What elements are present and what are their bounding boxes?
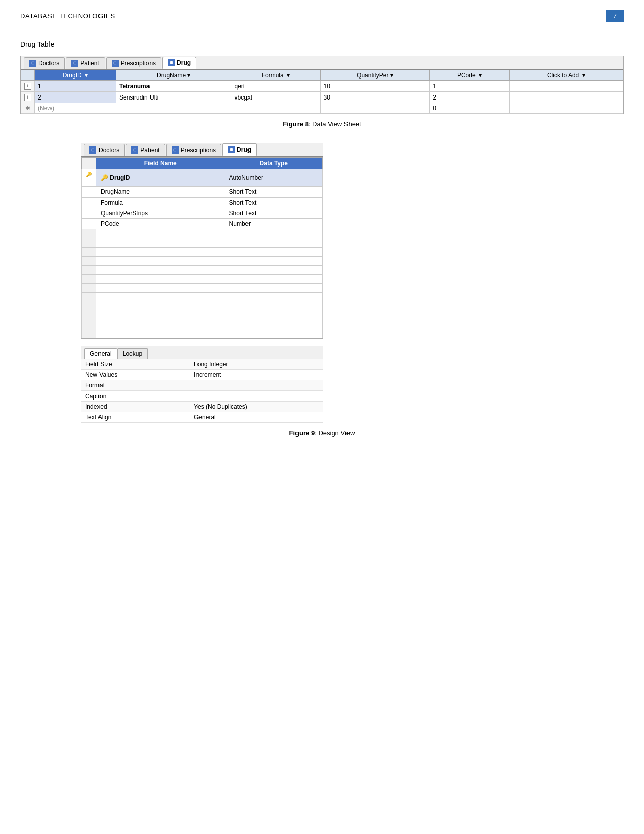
col-formula-header[interactable]: Formula ▾ xyxy=(231,70,320,81)
new-row-indicator: ✱ xyxy=(25,105,30,112)
tab-patient[interactable]: ⊞ Patient xyxy=(66,57,105,69)
fig9-tab-patient[interactable]: ⊞ Patient xyxy=(126,144,165,156)
props-tab-lookup[interactable]: Lookup xyxy=(117,348,148,359)
design-fieldname-pcode[interactable]: PCode xyxy=(96,219,225,229)
fig9-doctors-tab-icon: ⊞ xyxy=(89,146,96,154)
expand-btn-1[interactable]: + xyxy=(24,83,31,90)
properties-tabs: General Lookup xyxy=(81,346,323,359)
design-empty-row xyxy=(82,329,323,338)
cell-cta-2 xyxy=(509,92,623,103)
row-ctrl-new: ✱ xyxy=(21,103,35,114)
fig9-tab-prescriptions[interactable]: ⊞ Prescriptions xyxy=(166,144,221,156)
design-row-drugname[interactable]: DrugName Short Text xyxy=(82,187,323,198)
design-table-wrapper: Field Name Data Type ▶ 🔑 DrugID AutoNumb… xyxy=(81,157,323,339)
design-empty-row xyxy=(82,238,323,248)
tab-doctors[interactable]: ⊞ Doctors xyxy=(24,57,65,69)
fig9-tab-doctors[interactable]: ⊞ Doctors xyxy=(84,144,125,156)
cell-cta-new xyxy=(509,103,623,114)
design-datatype-formula[interactable]: Short Text xyxy=(225,198,322,208)
col-pcode-header[interactable]: PCode ▾ xyxy=(430,70,510,81)
row-ctrl-1: + xyxy=(21,81,35,92)
col-clicktoadd-header[interactable]: Click to Add ▾ xyxy=(509,70,623,81)
figure8-dataview: ⊞ Doctors ⊞ Patient ⊞ Prescriptions ⊞ Dr… xyxy=(20,56,624,114)
cell-qty-1[interactable]: 10 xyxy=(320,81,430,92)
cell-qty-2[interactable]: 30 xyxy=(320,92,430,103)
design-fieldname-qty[interactable]: QuantityPerStrips xyxy=(96,208,225,219)
props-value-newvalues[interactable]: Increment xyxy=(190,370,323,380)
properties-table: Field Size Long Integer New Values Incre… xyxy=(81,359,323,423)
props-value-caption[interactable] xyxy=(190,391,323,402)
cell-formula-new[interactable] xyxy=(231,103,320,114)
props-label-caption: Caption xyxy=(81,391,190,402)
props-label-indexed: Indexed xyxy=(81,402,190,412)
dataview-table: DrugID ▾ DrugName ▾ Formula ▾ QuantityPe… xyxy=(21,70,623,114)
fig9-tab-drug[interactable]: ⊞ Drug xyxy=(222,143,257,156)
props-value-format[interactable] xyxy=(190,380,323,391)
properties-section: General Lookup Field Size Long Integer N… xyxy=(81,346,323,423)
prescriptions-tab-icon: ⊞ xyxy=(112,60,119,67)
figure9-container: ⊞ Doctors ⊞ Patient ⊞ Prescriptions ⊞ Dr… xyxy=(20,143,624,423)
col-drugname-header[interactable]: DrugName ▾ xyxy=(116,70,231,81)
props-value-fieldsize[interactable]: Long Integer xyxy=(190,359,323,370)
props-label-fieldsize: Field Size xyxy=(81,359,190,370)
design-datatype-drugname[interactable]: Short Text xyxy=(225,187,322,198)
page-header: DATABASE TECHNOLOGIES 7 xyxy=(20,10,624,25)
design-empty-row xyxy=(82,293,323,302)
design-datatype-drugid[interactable]: AutoNumber xyxy=(225,169,322,187)
props-row-newvalues: New Values Increment xyxy=(81,370,323,380)
design-empty-row xyxy=(82,284,323,293)
fig9-prescriptions-tab-icon: ⊞ xyxy=(172,146,179,154)
props-tab-general[interactable]: General xyxy=(84,348,117,359)
cell-drugid-1[interactable]: 1 xyxy=(35,81,116,92)
row-ctrl-header xyxy=(21,70,35,81)
cell-pcode-1[interactable]: 1 xyxy=(430,81,510,92)
design-datatype-qty[interactable]: Short Text xyxy=(225,208,322,219)
design-empty-row xyxy=(82,229,323,238)
design-row-drugid[interactable]: ▶ 🔑 DrugID AutoNumber xyxy=(82,169,323,187)
cell-drugid-2[interactable]: 2 xyxy=(35,92,116,103)
props-value-indexed[interactable]: Yes (No Duplicates) xyxy=(190,402,323,412)
design-row-ind-4 xyxy=(82,208,96,219)
row-ctrl-2: + xyxy=(21,92,35,103)
cell-drugname-2[interactable]: Sensirudin Ulti xyxy=(116,92,231,103)
props-value-textalign[interactable]: General xyxy=(190,412,323,423)
cell-pcode-new[interactable]: 0 xyxy=(430,103,510,114)
props-row-textalign: Text Align General xyxy=(81,412,323,423)
cell-new[interactable]: (New) xyxy=(35,103,231,114)
col-qtyperstip-header[interactable]: QuantityPer ▾ xyxy=(320,70,430,81)
design-empty-row xyxy=(82,275,323,284)
cell-pcode-2[interactable]: 2 xyxy=(430,92,510,103)
table-row: + 1 Tetranuma qert 10 1 xyxy=(21,81,623,92)
design-row-ind-2 xyxy=(82,187,96,198)
col-drugid-header[interactable]: DrugID ▾ xyxy=(35,70,116,81)
design-empty-row xyxy=(82,311,323,320)
props-row-indexed: Indexed Yes (No Duplicates) xyxy=(81,402,323,412)
design-col-datatype: Data Type xyxy=(225,158,322,169)
cell-drugname-1[interactable]: Tetranuma xyxy=(116,81,231,92)
tab-prescriptions[interactable]: ⊞ Prescriptions xyxy=(106,57,161,69)
design-datatype-pcode[interactable]: Number xyxy=(225,219,322,229)
design-table: Field Name Data Type ▶ 🔑 DrugID AutoNumb… xyxy=(81,157,323,338)
page-number: 7 xyxy=(606,10,624,22)
design-header-indicator xyxy=(82,158,96,169)
figure8-tab-bar: ⊞ Doctors ⊞ Patient ⊞ Prescriptions ⊞ Dr… xyxy=(21,56,623,70)
design-row-formula[interactable]: Formula Short Text xyxy=(82,198,323,208)
patient-tab-icon: ⊞ xyxy=(71,60,78,67)
design-fieldname-formula[interactable]: Formula xyxy=(96,198,225,208)
cell-formula-1[interactable]: qert xyxy=(231,81,320,92)
figure9-tab-wrapper: ⊞ Doctors ⊞ Patient ⊞ Prescriptions ⊞ Dr… xyxy=(81,143,323,157)
cell-formula-2[interactable]: vbcgxt xyxy=(231,92,320,103)
props-row-fieldsize: Field Size Long Integer xyxy=(81,359,323,370)
cell-qty-new[interactable] xyxy=(320,103,430,114)
cell-cta-1 xyxy=(509,81,623,92)
design-row-pcode[interactable]: PCode Number xyxy=(82,219,323,229)
table-row: + 2 Sensirudin Ulti vbcgxt 30 2 xyxy=(21,92,623,103)
design-row-qty[interactable]: QuantityPerStrips Short Text xyxy=(82,208,323,219)
expand-btn-2[interactable]: + xyxy=(24,94,31,101)
design-fieldname-drugname[interactable]: DrugName xyxy=(96,187,225,198)
design-fieldname-drugid[interactable]: 🔑 DrugID xyxy=(96,169,225,187)
tab-drug[interactable]: ⊞ Drug xyxy=(162,57,196,69)
figure9-caption: Figure 9: Design View xyxy=(20,429,624,437)
design-empty-row xyxy=(82,320,323,329)
drug-tab-icon: ⊞ xyxy=(168,59,175,66)
